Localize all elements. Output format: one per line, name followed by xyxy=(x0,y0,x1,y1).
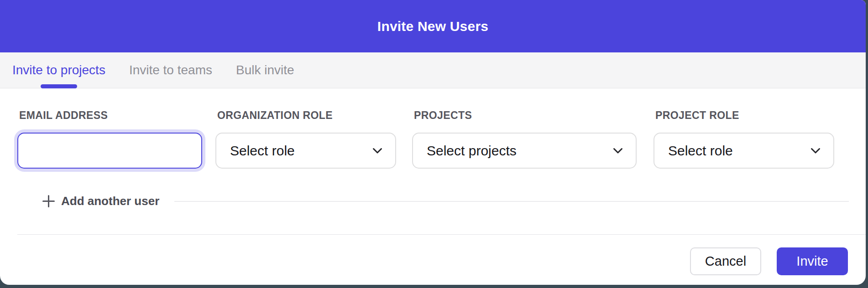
add-user-row: Add another user xyxy=(42,194,849,208)
organization-role-value: Select role xyxy=(230,143,295,159)
row-divider xyxy=(174,201,849,202)
chevron-down-icon xyxy=(372,148,382,154)
add-another-user-button[interactable]: Add another user xyxy=(42,194,159,208)
organization-role-label: ORGANIZATION ROLE xyxy=(217,109,396,122)
email-address-label: EMAIL ADDRESS xyxy=(19,109,202,122)
add-another-user-label: Add another user xyxy=(61,194,159,208)
user-fields-row: EMAIL ADDRESS ORGANIZATION ROLE Select r… xyxy=(17,109,866,169)
project-role-select[interactable]: Select role xyxy=(654,133,834,169)
project-role-label: PROJECT ROLE xyxy=(655,109,834,122)
organization-role-select[interactable]: Select role xyxy=(215,133,396,169)
chevron-down-icon xyxy=(810,148,821,154)
dialog-footer: Cancel Invite xyxy=(17,235,866,275)
tab-label: Invite to teams xyxy=(129,63,212,77)
dialog-header: Invite New Users xyxy=(0,0,866,52)
dialog-title: Invite New Users xyxy=(377,19,488,34)
projects-label: PROJECTS xyxy=(414,109,637,122)
projects-select[interactable]: Select projects xyxy=(412,133,637,169)
invite-tabs: Invite to projects Invite to teams Bulk … xyxy=(0,52,866,88)
project-role-field-group: PROJECT ROLE Select role xyxy=(654,109,834,169)
project-role-value: Select role xyxy=(668,143,733,159)
organization-role-field-group: ORGANIZATION ROLE Select role xyxy=(215,109,396,169)
tab-invite-to-teams[interactable]: Invite to teams xyxy=(128,52,213,88)
invite-new-users-dialog: Invite New Users Invite to projects Invi… xyxy=(0,0,866,285)
projects-field-group: PROJECTS Select projects xyxy=(412,109,637,169)
email-address-input[interactable] xyxy=(17,133,202,169)
cancel-button[interactable]: Cancel xyxy=(690,247,761,275)
tab-label: Invite to projects xyxy=(12,63,105,77)
invite-button[interactable]: Invite xyxy=(777,247,848,275)
plus-icon xyxy=(42,195,55,207)
email-field-group: EMAIL ADDRESS xyxy=(17,109,202,169)
active-tab-indicator xyxy=(41,84,77,88)
tab-bulk-invite[interactable]: Bulk invite xyxy=(235,52,295,88)
chevron-down-icon xyxy=(613,148,623,154)
invite-form: EMAIL ADDRESS ORGANIZATION ROLE Select r… xyxy=(0,88,866,275)
tab-invite-to-projects[interactable]: Invite to projects xyxy=(11,52,106,88)
tab-label: Bulk invite xyxy=(236,63,294,77)
projects-value: Select projects xyxy=(427,143,517,159)
